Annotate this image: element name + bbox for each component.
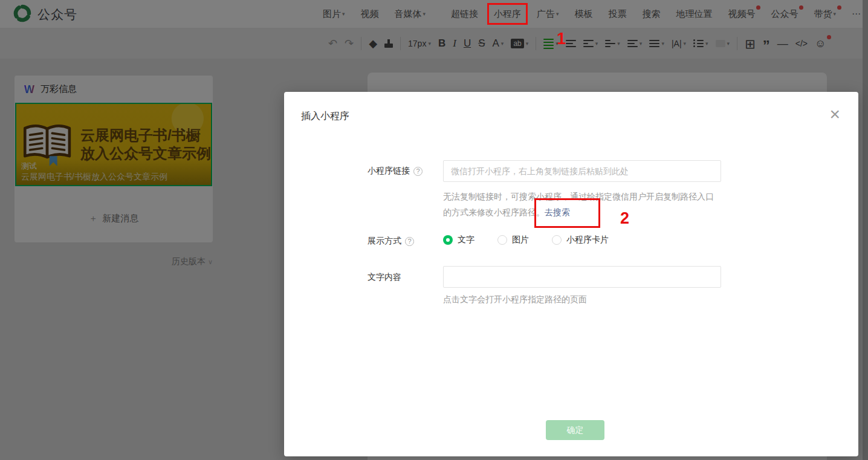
help-question-icon[interactable]: ? xyxy=(413,167,423,176)
radio-label: 文字 xyxy=(458,235,474,245)
radio-label: 小程序卡片 xyxy=(566,235,609,245)
annotation-step2: 2 xyxy=(620,209,629,228)
radio-option-image[interactable]: 图片 xyxy=(497,235,529,245)
radio-option-text[interactable]: 文字 xyxy=(443,235,474,245)
miniprogram-link-input[interactable] xyxy=(443,160,721,182)
annotation-box-step1 xyxy=(487,3,528,25)
dialog-title: 插入小程序 xyxy=(301,110,349,123)
text-content-input[interactable] xyxy=(443,266,721,288)
display-mode-options: 文字 图片 小程序卡片 xyxy=(443,235,609,245)
radio-unselected-icon xyxy=(497,235,507,245)
link-field-label: 小程序链接 ? xyxy=(368,166,423,177)
link-label-text: 小程序链接 xyxy=(368,166,410,177)
radio-label: 图片 xyxy=(512,235,529,245)
text-label-text: 文字内容 xyxy=(368,272,401,283)
annotation-box-step2 xyxy=(534,198,600,228)
radio-unselected-icon xyxy=(552,235,562,245)
text-help-text: 点击文字会打开小程序指定路径的页面 xyxy=(443,291,587,307)
radio-selected-icon xyxy=(443,235,453,245)
confirm-button[interactable]: 确定 xyxy=(546,420,604,440)
text-content-label: 文字内容 xyxy=(368,272,401,283)
close-icon[interactable]: × xyxy=(829,105,840,123)
radio-inner-dot xyxy=(446,238,450,242)
help-question-icon[interactable]: ? xyxy=(405,237,414,246)
insert-miniprogram-dialog: 插入小程序 × 小程序链接 ? 无法复制链接时，可搜索小程序，通过给指定微信用户… xyxy=(284,92,858,456)
display-mode-label: 展示方式 ? xyxy=(368,236,414,247)
help-line2: 的方式来修改小程序路径。 xyxy=(443,207,545,217)
display-label-text: 展示方式 xyxy=(368,236,401,247)
menu-item-miniprogram[interactable]: 小程序 xyxy=(494,8,521,20)
radio-option-card[interactable]: 小程序卡片 xyxy=(552,235,609,245)
annotation-step1: 1 xyxy=(557,30,566,48)
